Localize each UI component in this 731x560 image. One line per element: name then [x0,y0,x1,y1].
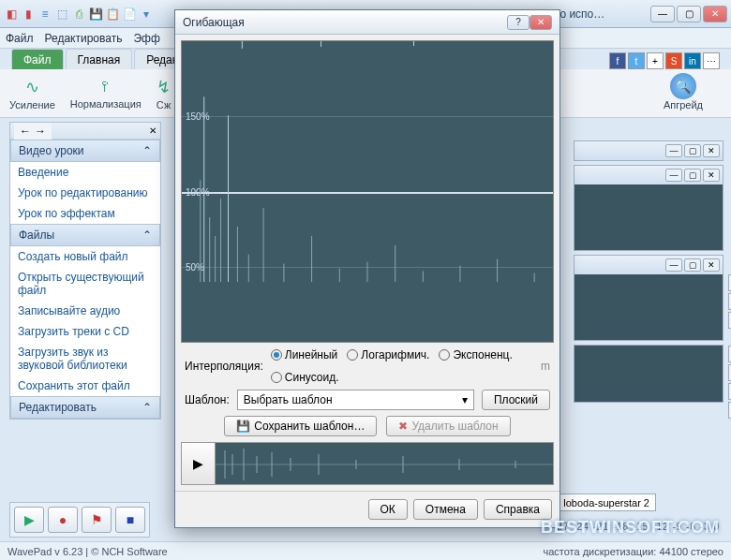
sidebar-back-icon[interactable]: ← [20,125,31,138]
ok-button[interactable]: ОК [368,499,408,520]
dialog-title: Огибающая [183,16,245,29]
wave-windows: — ▢ ✕ — ▢ ✕ — ▢ ✕ 🔍 🔎 ⤢ [574,140,724,406]
save-template-button[interactable]: 💾Сохранить шаблон… [224,416,377,436]
ribbon-amplify[interactable]: ∿ Усиление [9,77,55,111]
qat-icon[interactable]: ⎙ [71,7,86,22]
minimize-icon[interactable]: — [665,258,682,272]
help-button[interactable]: Справка [484,499,552,520]
normalize-icon: ⫯ [101,77,110,96]
marker-button[interactable]: ⚑ [82,507,112,533]
close-button[interactable]: ✕ [530,15,552,30]
menu-file[interactable]: Файл [6,32,34,45]
sidebar-link[interactable]: Создать новый файл [10,246,160,267]
radio-linear[interactable]: Линейный [271,348,338,361]
window-controls: — ▢ ✕ [650,6,727,22]
wave-window: — ▢ ✕ [574,140,724,161]
help-button[interactable]: ? [507,15,530,30]
qat-icon[interactable]: ≡ [37,7,52,22]
qat-icon[interactable]: 📋 [105,7,120,22]
upgrade-button[interactable]: 🔍 Апгрейд [664,73,703,111]
close-button[interactable]: ✕ [703,6,727,22]
qat-icon[interactable]: 📄 [122,7,137,22]
sidebar-link[interactable]: Загрузить треки с CD [10,321,160,342]
delete-template-button[interactable]: ✖Удалить шаблон [386,416,510,436]
close-icon[interactable]: ✕ [703,258,720,272]
close-icon[interactable]: ✕ [703,169,720,182]
close-icon[interactable]: ✕ [703,144,720,157]
play-button[interactable]: ▶ [14,507,44,533]
more-icon[interactable]: ⋯ [703,52,720,69]
waveform-view[interactable]: 🔍 🔎 ⤢ [574,274,723,340]
radio-exp[interactable]: Экспоненц. [439,348,512,361]
twitter-icon[interactable]: t [628,52,645,69]
sidebar-link[interactable]: Урок по редактированию [10,183,160,203]
tab-file[interactable]: Файл [11,49,64,70]
file-name: loboda-superstar 2 [563,497,649,508]
maximize-icon[interactable]: ▢ [684,144,701,157]
record-button[interactable]: ● [48,507,78,533]
upgrade-label: Апгрейд [664,99,703,111]
ribbon-label: Сж [157,99,172,111]
menu-edit[interactable]: Редактировать [45,32,123,45]
sidebar-close-icon[interactable]: ✕ [149,125,157,136]
cancel-button[interactable]: Отмена [413,499,478,520]
sidebar-link[interactable]: Сохранить этот файл [10,376,160,396]
waveform-view[interactable] [574,184,723,250]
transport-controls: ▶ ● ⚑ ■ [9,502,150,538]
sidebar-link[interactable]: Загрузить звук из звуковой библиотеки [10,342,160,376]
radio-icon [439,349,450,361]
wave-window: — ▢ ✕ 🔍 🔎 ⤢ [574,255,724,341]
wave-window: — ▢ ✕ [574,165,724,251]
envelope-editor[interactable]: 150% 100% 50% [181,40,554,343]
facebook-icon[interactable]: f [609,52,626,69]
minimize-button[interactable]: — [650,6,675,22]
file-badge[interactable]: ▦ loboda-superstar 2 [544,494,656,511]
sidebar-link[interactable]: Введение [10,162,160,183]
qat-icon[interactable]: ▮ [21,7,36,22]
sidebar-link[interactable]: Открыть существующий файл [10,267,160,301]
template-buttons-row: 💾Сохранить шаблон… ✖Удалить шаблон [181,416,554,436]
ribbon-compress[interactable]: ↯ Сж [157,77,172,111]
sidebar-section-videos[interactable]: Видео уроки ⌃ [10,140,160,162]
radio-log[interactable]: Логарифмич. [347,348,429,361]
preview-play-button[interactable]: ▶ [182,443,216,484]
radio-sine[interactable]: Синусоид. [271,371,339,384]
ribbon-normalize[interactable]: ⫯ Нормализация [70,77,142,110]
preview-player: ▶ [181,442,554,485]
template-combo[interactable]: Выбрать шаблон ▾ [237,390,474,410]
dialog-titlebar[interactable]: Огибающая ? ✕ [175,10,559,35]
maximize-icon[interactable]: ▢ [684,258,701,272]
qat-icon[interactable]: ◧ [4,7,19,22]
sidebar-nav: ← → ✕ [10,123,160,140]
radio-icon [271,372,282,383]
linkedin-icon[interactable]: in [684,52,701,69]
qat-icon[interactable]: 💾 [88,7,103,22]
maximize-icon[interactable]: ▢ [684,169,701,182]
preview-waveform[interactable] [216,443,553,484]
chevron-down-icon: ▾ [462,393,468,406]
minimize-icon[interactable]: — [665,144,682,157]
qat-icon[interactable]: ▾ [139,7,154,22]
template-label: Шаблон: [185,393,230,406]
stop-button[interactable]: ■ [115,507,145,533]
plus-icon[interactable]: + [647,52,664,69]
interpolation-label: Интерполяция: [185,360,263,373]
tab-home[interactable]: Главная [66,49,133,70]
db-ruler: -27 -24 -21 -18 -15 -12 -9 -6 -3 0 [553,522,720,532]
flat-button[interactable]: Плоский [482,390,550,410]
qat-icon[interactable]: ⬚ [54,7,69,22]
sidebar-fwd-icon[interactable]: → [35,125,46,138]
sidebar-link[interactable]: Урок по эффектам [10,203,160,224]
status-info: частота дискретизации: 44100 стерео [543,546,724,557]
sidebar-section-edit[interactable]: Редактировать ⌃ [10,396,160,419]
ribbon-label: Усиление [9,99,55,111]
sidebar-link[interactable]: Записывайте аудио [10,301,160,321]
sidebar: ← → ✕ Видео уроки ⌃ Введение Урок по ред… [9,122,161,420]
maximize-button[interactable]: ▢ [677,6,701,22]
sidebar-section-files[interactable]: Файлы ⌃ [10,224,160,246]
minimize-icon[interactable]: — [665,169,682,182]
menu-effects[interactable]: Эфф [133,32,159,45]
delete-icon: ✖ [398,420,408,433]
stumble-icon[interactable]: S [665,52,682,69]
waveform-view[interactable]: 🔍 🔎 ⤢ ⊡ [574,346,723,402]
